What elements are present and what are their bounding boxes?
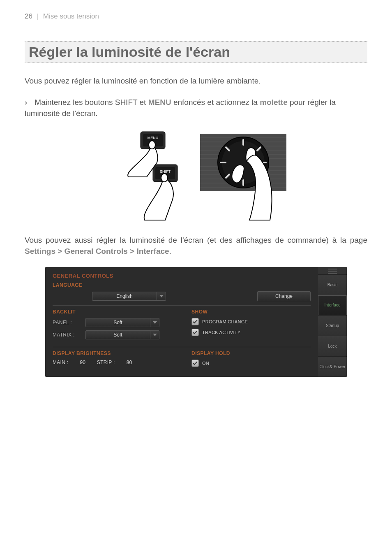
language-label: LANGUAGE [53,282,311,288]
backlit-matrix-value: Soft [86,332,150,338]
panel-label: PANEL : [53,320,81,325]
chevron-down-icon [150,318,159,327]
para2-pre: Vous pouvez aussi régler la luminosité d… [25,236,367,244]
tab-startup[interactable]: Startup [318,315,347,336]
display-hold-section: DISPLAY HOLD ON [188,350,311,370]
display-hold-on-row[interactable]: ON [191,360,311,367]
header-divider: | [37,12,39,20]
section-name: Mise sous tension [43,12,99,20]
divider [53,305,311,306]
menu-word: MENU [148,98,171,107]
track-activity-row[interactable]: TRACK ACTIVITY [191,329,311,336]
chevron-down-icon [157,292,166,300]
program-change-label: PROGRAM CHANGE [202,319,248,324]
language-section: LANGUAGE English Change [53,282,311,301]
strip-value[interactable]: 80 [127,360,132,365]
settings-panel: GENERAL CONTROLS LANGUAGE English Change… [45,267,347,377]
illustration-menu-shift: MENU SHIFT [104,128,194,222]
page-header: 26 | Mise sous tension [25,12,367,21]
display-brightness-section: DISPLAY BRIGHTNESS MAIN : 90 STRIP : 80 [53,350,172,370]
panel-title: GENERAL CONTROLS [53,273,311,279]
settings-tabs: Basic Interface Startup Lock Clock& Powe… [318,267,347,377]
settings-main: GENERAL CONTROLS LANGUAGE English Change… [45,267,318,377]
display-hold-label: DISPLAY HOLD [191,350,311,356]
divider [53,347,311,347]
main-value[interactable]: 90 [80,360,85,365]
tab-lock[interactable]: Lock [318,336,347,356]
illustration-dial [198,128,288,222]
main-label: MAIN : [53,360,68,365]
checkbox-icon [191,329,199,336]
show-section: SHOW PROGRAM CHANGE TRACK ACTIVITY [188,309,311,343]
para2-post: . [169,247,171,255]
shift-button-label: SHIFT [160,169,171,174]
instruction-pre: Maintenez les boutons SHIFT et [35,98,148,107]
molette-word: molette [260,98,288,107]
illustration-row: MENU SHIFT [25,128,367,222]
instruction-paragraph: ›Maintenez les boutons SHIFT et MENU enf… [25,97,367,119]
checkbox-icon [191,360,199,367]
backlit-matrix-dropdown[interactable]: Soft [85,330,159,339]
display-brightness-label: DISPLAY BRIGHTNESS [53,350,172,356]
menu-icon[interactable] [318,267,347,274]
matrix-label: MATRIX : [53,332,81,338]
checkbox-icon [191,318,199,325]
instruction-mid: enfoncés et actionnez la [171,98,260,107]
tab-interface[interactable]: Interface [318,295,347,316]
show-label: SHOW [191,309,311,315]
backlit-panel-dropdown[interactable]: Soft [85,318,159,327]
page-title: Régler la luminosité de l'écran [29,44,363,60]
backlit-label: BACKLIT [53,309,172,315]
settings-path: Settings > General Controls > Interface [25,247,169,255]
page-number: 26 [25,12,32,20]
intro-paragraph: Vous pouvez régler la luminosité en fonc… [25,75,367,87]
strip-label: STRIP : [97,360,115,365]
language-value: English [92,293,157,299]
paragraph-2: Vous pouvez aussi régler la luminosité d… [25,234,367,257]
change-button[interactable]: Change [257,291,311,301]
backlit-section: BACKLIT PANEL : Soft MATRIX : [53,309,172,343]
title-bar: Régler la luminosité de l'écran [25,41,367,63]
chevron-icon: › [25,98,27,107]
program-change-row[interactable]: PROGRAM CHANGE [191,318,311,325]
tab-clock-power[interactable]: Clock& Power [318,356,347,377]
language-dropdown[interactable]: English [92,292,166,301]
backlit-panel-value: Soft [86,320,150,325]
tab-basic[interactable]: Basic [318,274,347,295]
chevron-down-icon [150,331,159,339]
svg-point-6 [149,141,155,149]
menu-button-label: MENU [148,136,159,140]
svg-point-7 [161,174,168,182]
display-hold-on-label: ON [202,361,209,366]
track-activity-label: TRACK ACTIVITY [202,330,240,335]
